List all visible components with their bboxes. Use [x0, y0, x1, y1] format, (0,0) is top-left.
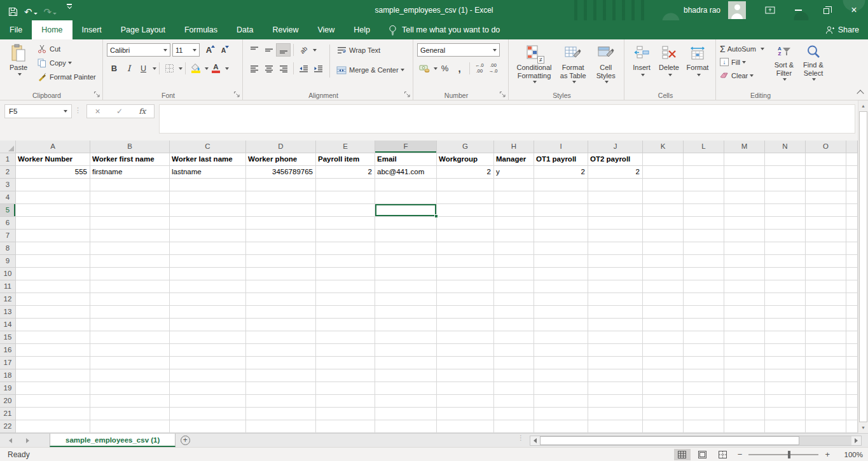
row-header-17[interactable]: 17 [0, 357, 16, 369]
cell-overflow-17[interactable] [846, 357, 858, 369]
cell-O16[interactable] [806, 344, 846, 357]
cell-F7[interactable] [375, 230, 437, 242]
cancel-entry-button[interactable]: × [95, 106, 100, 116]
cell-overflow-18[interactable] [846, 369, 858, 382]
row-header-20[interactable]: 20 [0, 395, 16, 408]
cell-M22[interactable] [724, 420, 765, 433]
underline-button[interactable]: U [136, 62, 151, 75]
cell-H17[interactable] [494, 357, 534, 369]
cell-K14[interactable] [643, 319, 684, 331]
cell-A12[interactable] [16, 293, 90, 306]
next-sheet-button[interactable] [26, 438, 29, 443]
cell-K20[interactable] [643, 395, 684, 408]
cell-M5[interactable] [724, 204, 765, 217]
cell-C14[interactable] [170, 319, 246, 331]
row-header-3[interactable]: 3 [0, 179, 16, 191]
cell-D10[interactable] [246, 268, 316, 280]
cell-L22[interactable] [684, 420, 724, 433]
zoom-in-button[interactable]: + [822, 450, 832, 459]
cell-F4[interactable] [375, 191, 437, 204]
cell-G14[interactable] [437, 319, 494, 331]
cell-N11[interactable] [765, 280, 806, 293]
cell-J10[interactable] [588, 268, 643, 280]
tab-data[interactable]: Data [227, 20, 263, 39]
column-header-O[interactable]: O [806, 141, 846, 153]
tab-scrollbar-splitter[interactable]: ⋮ [518, 436, 524, 441]
insert-function-button[interactable]: fx [139, 107, 146, 116]
cell-C8[interactable] [170, 242, 246, 255]
cell-D7[interactable] [246, 230, 316, 242]
middle-align-button[interactable] [261, 43, 276, 57]
cell-E2[interactable]: 2 [316, 166, 375, 179]
cell-I22[interactable] [534, 420, 588, 433]
horizontal-scroll-thumb[interactable] [540, 436, 799, 445]
cell-H5[interactable] [494, 204, 534, 217]
collapse-ribbon-button[interactable] [857, 90, 864, 97]
cell-J3[interactable] [588, 179, 643, 191]
cell-L13[interactable] [684, 306, 724, 319]
cell-C3[interactable] [170, 179, 246, 191]
cell-M7[interactable] [724, 230, 765, 242]
cell-B15[interactable] [90, 331, 170, 344]
cell-K3[interactable] [643, 179, 684, 191]
tab-page-layout[interactable]: Page Layout [111, 20, 175, 39]
cell-E19[interactable] [316, 382, 375, 395]
formula-input[interactable] [159, 104, 855, 134]
cell-E11[interactable] [316, 280, 375, 293]
restore-button[interactable] [812, 0, 840, 20]
cell-E10[interactable] [316, 268, 375, 280]
cell-H9[interactable] [494, 255, 534, 268]
cell-O1[interactable] [806, 153, 846, 166]
cell-F10[interactable] [375, 268, 437, 280]
cell-I6[interactable] [534, 217, 588, 230]
minimize-button[interactable] [784, 0, 812, 20]
bottom-align-button[interactable] [276, 43, 291, 57]
cell-H15[interactable] [494, 331, 534, 344]
cell-L15[interactable] [684, 331, 724, 344]
accounting-format-button[interactable] [417, 62, 432, 75]
cell-O4[interactable] [806, 191, 846, 204]
cell-O2[interactable] [806, 166, 846, 179]
cell-C19[interactable] [170, 382, 246, 395]
cell-I4[interactable] [534, 191, 588, 204]
cell-I3[interactable] [534, 179, 588, 191]
cell-M10[interactable] [724, 268, 765, 280]
scroll-up-button[interactable]: ▲ [858, 100, 868, 111]
cell-M21[interactable] [724, 408, 765, 420]
cell-M4[interactable] [724, 191, 765, 204]
cell-J12[interactable] [588, 293, 643, 306]
italic-button[interactable]: I [121, 62, 136, 75]
cell-O21[interactable] [806, 408, 846, 420]
cell-B5[interactable] [90, 204, 170, 217]
cell-C4[interactable] [170, 191, 246, 204]
cell-A1[interactable]: Worker Number [16, 153, 90, 166]
merge-center-button[interactable]: Merge & Center [334, 63, 406, 77]
cell-A6[interactable] [16, 217, 90, 230]
cell-K22[interactable] [643, 420, 684, 433]
cell-E16[interactable] [316, 344, 375, 357]
column-header-H[interactable]: H [494, 141, 534, 153]
cell-K19[interactable] [643, 382, 684, 395]
cell-C10[interactable] [170, 268, 246, 280]
cell-G8[interactable] [437, 242, 494, 255]
cell-H6[interactable] [494, 217, 534, 230]
cell-B10[interactable] [90, 268, 170, 280]
cell-C15[interactable] [170, 331, 246, 344]
cell-A5[interactable] [16, 204, 90, 217]
cell-C12[interactable] [170, 293, 246, 306]
cell-K10[interactable] [643, 268, 684, 280]
cell-H11[interactable] [494, 280, 534, 293]
cell-L6[interactable] [684, 217, 724, 230]
cell-L10[interactable] [684, 268, 724, 280]
cell-N19[interactable] [765, 382, 806, 395]
fill-color-button[interactable] [188, 62, 203, 75]
percent-style-button[interactable]: % [437, 62, 452, 75]
row-header-13[interactable]: 13 [0, 306, 16, 319]
cell-A14[interactable] [16, 319, 90, 331]
copy-button[interactable]: Copy [34, 56, 98, 70]
cell-G12[interactable] [437, 293, 494, 306]
cell-G2[interactable]: 2 [437, 166, 494, 179]
cell-overflow-9[interactable] [846, 255, 858, 268]
row-header-7[interactable]: 7 [0, 230, 16, 242]
cell-A11[interactable] [16, 280, 90, 293]
